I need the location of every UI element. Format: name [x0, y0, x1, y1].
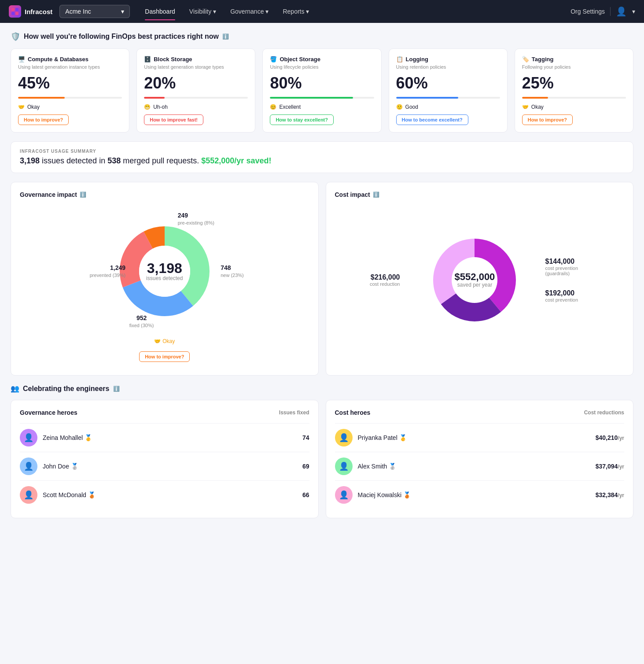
status-emoji-0: 🤝	[18, 104, 25, 110]
card-progress-fill-4	[522, 97, 548, 99]
governance-hero-avatar-2: 👤	[20, 486, 37, 504]
governance-info-icon[interactable]: ℹ️	[80, 192, 86, 198]
governance-donut-svg	[112, 218, 217, 324]
card-subtitle-3: Using retention policies	[396, 64, 500, 70]
user-dropdown-arrow: ▾	[632, 8, 635, 15]
governance-impact-title: Governance impact ℹ️	[20, 191, 309, 198]
user-icon[interactable]: 👤	[616, 6, 627, 17]
cost-hero-avatar-0: 👤	[335, 429, 353, 446]
logo-text: Infracost	[25, 8, 52, 15]
best-practices-info-icon[interactable]: ℹ️	[222, 33, 229, 40]
nav-link-dashboard[interactable]: Dashboard	[139, 4, 181, 18]
card-status-2: 😊 Excellent	[270, 104, 374, 110]
summary-issues: 3,198	[20, 156, 40, 165]
main-content: 🛡️ How well you're following FinOps best…	[0, 23, 644, 527]
svg-point-12	[452, 257, 497, 303]
cost-hero-avatar-2: 👤	[335, 486, 353, 504]
cost-hero-value-0: $40,210/yr	[596, 434, 624, 441]
card-title-2: 🪣 Object Storage	[270, 56, 374, 63]
governance-heroes-header: Governance heroes Issues fixed	[20, 409, 309, 416]
card-title-4: 🏷️ Tagging	[522, 56, 626, 63]
governance-footer: 🤝 Okay How to improve?	[139, 338, 190, 362]
svg-rect-2	[11, 12, 15, 15]
nav-right: Org Settings 👤 ▾	[570, 6, 635, 17]
card-title-1: 🗄️ Block Storage	[144, 56, 248, 63]
card-icon-0: 🖥️	[18, 56, 25, 63]
card-progress-fill-2	[270, 97, 353, 99]
summary-saved-suffix: /yr saved!	[234, 156, 271, 165]
card-progress-bar-4	[522, 97, 626, 99]
best-practices-header: 🛡️ How well you're following FinOps best…	[11, 32, 633, 41]
cost-chart-wrap: $216,000 cost reduction	[335, 205, 625, 355]
cost-heroes-col-label: Cost reductions	[584, 409, 624, 416]
celebrating-info-icon[interactable]: ℹ️	[113, 386, 120, 392]
status-text-1: Uh-oh	[153, 104, 168, 110]
logo: Infracost	[9, 5, 52, 18]
celebrating-icon: 👥	[11, 384, 19, 393]
card-progress-fill-1	[144, 97, 165, 99]
practice-card-3: 📋 Logging Using retention policies 60% 🙂…	[389, 48, 508, 133]
cost-heroes-card: Cost heroes Cost reductions 👤 Priyanka P…	[326, 400, 634, 518]
navbar: Infracost Acme Inc ▾ Dashboard Visibilit…	[0, 0, 644, 23]
status-text: Okay	[162, 338, 175, 344]
governance-heroes-card: Governance heroes Issues fixed 👤 Zeina M…	[11, 400, 319, 518]
summary-saved: $552,000	[201, 156, 234, 165]
card-icon-3: 📋	[396, 56, 403, 63]
card-progress-bar-0	[18, 97, 122, 99]
nav-link-visibility[interactable]: Visibility ▾	[183, 4, 222, 18]
practice-card-4: 🏷️ Tagging Following your policies 25% 🤝…	[515, 48, 633, 133]
card-progress-bar-1	[144, 97, 248, 99]
best-practices-title: How well you're following FinOps best pr…	[24, 33, 219, 41]
cost-heroes-title: Cost heroes	[335, 409, 371, 416]
chevron-down-icon-rep: ▾	[306, 8, 309, 15]
org-settings-link[interactable]: Org Settings	[570, 8, 605, 15]
card-percent-4: 25%	[522, 74, 626, 92]
card-icon-4: 🏷️	[522, 56, 529, 63]
card-progress-bar-3	[396, 97, 500, 99]
logo-icon	[9, 5, 21, 18]
card-progress-bar-2	[270, 97, 374, 99]
summary-banner: INFRACOST USAGE SUMMARY 3,198 issues det…	[11, 141, 633, 173]
cost-donut-svg	[426, 232, 523, 328]
status-text-2: Excellent	[279, 104, 301, 110]
card-icon-2: 🪣	[270, 56, 277, 63]
card-progress-fill-0	[18, 97, 65, 99]
label-fixed: 952 fixed (30%)	[129, 314, 154, 328]
nav-links: Dashboard Visibility ▾ Governance ▾ Repo…	[139, 4, 567, 18]
governance-heroes-list: 👤 Zeina Mohallel 🥇 74 👤 John Doe 🥈 69 👤 …	[20, 423, 309, 509]
charts-row: Governance impact ℹ️	[11, 182, 633, 376]
status-emoji-4: 🤝	[522, 104, 529, 110]
status-emoji-3: 🙂	[396, 104, 403, 110]
cost-info-icon[interactable]: ℹ️	[373, 192, 379, 198]
nav-divider	[610, 7, 611, 16]
card-btn-3[interactable]: How to become excellent?	[396, 114, 468, 125]
governance-status: 🤝 Okay	[154, 338, 175, 344]
card-btn-1[interactable]: How to improve fast!	[144, 114, 203, 125]
card-btn-0[interactable]: How to improve?	[18, 114, 69, 125]
nav-link-governance[interactable]: Governance ▾	[224, 4, 275, 18]
card-percent-0: 45%	[18, 74, 122, 92]
governance-improve-button[interactable]: How to improve?	[139, 351, 190, 362]
cost-impact-title: Cost impact ℹ️	[335, 191, 625, 198]
governance-chart-wrap: 3,198 issues detected 249 pre-existing (…	[20, 205, 309, 366]
governance-donut-area: 3,198 issues detected 249 pre-existing (…	[94, 210, 235, 333]
celebrating-header: 👥 Celebrating the engineers ℹ️	[11, 384, 633, 393]
status-emoji: 🤝	[154, 338, 161, 344]
governance-hero-name-1: John Doe 🥈	[43, 463, 297, 470]
cost-hero-row-1: 👤 Alex Smith 🥈 $37,094/yr	[335, 452, 625, 480]
governance-hero-value-1: 69	[302, 463, 309, 470]
cost-label-right: $144,000 cost prevention (guardrails) $1…	[545, 258, 589, 302]
org-selector[interactable]: Acme Inc ▾	[59, 5, 130, 18]
card-btn-2[interactable]: How to stay excellent?	[270, 114, 334, 125]
shield-icon: 🛡️	[11, 32, 20, 41]
card-btn-4[interactable]: How to improve?	[522, 114, 573, 125]
cost-heroes-header: Cost heroes Cost reductions	[335, 409, 625, 416]
practice-card-1: 🗄️ Block Storage Using latest generation…	[136, 48, 255, 133]
nav-link-reports[interactable]: Reports ▾	[276, 4, 315, 18]
card-percent-1: 20%	[144, 74, 248, 92]
cost-impact-card: Cost impact ℹ️ $216,000 cost reduction	[326, 182, 634, 376]
svg-point-8	[139, 246, 190, 297]
status-text-4: Okay	[531, 104, 544, 110]
celebrating-title: Celebrating the engineers	[23, 385, 110, 393]
status-text-3: Good	[405, 104, 418, 110]
